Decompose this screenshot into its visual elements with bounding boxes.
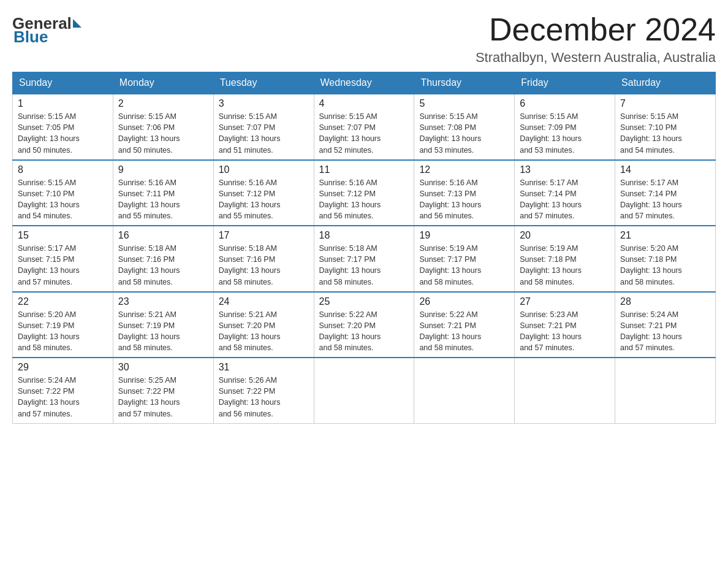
calendar-body: 1Sunrise: 5:15 AMSunset: 7:05 PMDaylight… <box>13 94 716 423</box>
calendar-day-15: 15Sunrise: 5:17 AMSunset: 7:15 PMDayligh… <box>13 226 113 292</box>
weekday-header-friday: Friday <box>515 72 615 94</box>
day-number: 22 <box>18 296 108 307</box>
calendar-day-19: 19Sunrise: 5:19 AMSunset: 7:17 PMDayligh… <box>414 226 515 292</box>
day-info: Sunrise: 5:21 AMSunset: 7:20 PMDaylight:… <box>219 309 309 354</box>
day-number: 15 <box>18 230 108 241</box>
day-info: Sunrise: 5:22 AMSunset: 7:21 PMDaylight:… <box>419 309 509 354</box>
calendar-day-5: 5Sunrise: 5:15 AMSunset: 7:08 PMDaylight… <box>414 94 515 160</box>
day-number: 20 <box>520 230 610 241</box>
day-info: Sunrise: 5:16 AMSunset: 7:12 PMDaylight:… <box>319 177 409 222</box>
weekday-header-row: SundayMondayTuesdayWednesdayThursdayFrid… <box>13 72 716 94</box>
day-number: 8 <box>18 164 108 175</box>
weekday-header-monday: Monday <box>113 72 213 94</box>
day-number: 5 <box>419 98 509 109</box>
calendar-day-27: 27Sunrise: 5:23 AMSunset: 7:21 PMDayligh… <box>515 292 615 358</box>
day-info: Sunrise: 5:24 AMSunset: 7:21 PMDaylight:… <box>620 309 710 354</box>
day-number: 21 <box>620 230 710 241</box>
day-info: Sunrise: 5:20 AMSunset: 7:19 PMDaylight:… <box>18 309 108 354</box>
day-number: 6 <box>520 98 610 109</box>
day-info: Sunrise: 5:19 AMSunset: 7:18 PMDaylight:… <box>520 243 610 288</box>
day-info: Sunrise: 5:18 AMSunset: 7:16 PMDaylight:… <box>219 243 309 288</box>
day-number: 25 <box>319 296 409 307</box>
day-info: Sunrise: 5:15 AMSunset: 7:05 PMDaylight:… <box>18 111 108 156</box>
day-number: 10 <box>219 164 309 175</box>
calendar-day-26: 26Sunrise: 5:22 AMSunset: 7:21 PMDayligh… <box>414 292 515 358</box>
weekday-header-tuesday: Tuesday <box>213 72 314 94</box>
day-info: Sunrise: 5:15 AMSunset: 7:09 PMDaylight:… <box>520 111 610 156</box>
logo: General Blue <box>12 12 82 45</box>
day-info: Sunrise: 5:15 AMSunset: 7:07 PMDaylight:… <box>319 111 409 156</box>
day-number: 23 <box>118 296 208 307</box>
day-number: 2 <box>118 98 208 109</box>
calendar-day-12: 12Sunrise: 5:16 AMSunset: 7:13 PMDayligh… <box>414 160 515 226</box>
weekday-header-saturday: Saturday <box>615 72 716 94</box>
calendar-day-28: 28Sunrise: 5:24 AMSunset: 7:21 PMDayligh… <box>615 292 716 358</box>
calendar-week-1: 1Sunrise: 5:15 AMSunset: 7:05 PMDaylight… <box>13 94 716 160</box>
calendar-day-22: 22Sunrise: 5:20 AMSunset: 7:19 PMDayligh… <box>13 292 113 358</box>
day-info: Sunrise: 5:25 AMSunset: 7:22 PMDaylight:… <box>118 375 208 419</box>
calendar-day-4: 4Sunrise: 5:15 AMSunset: 7:07 PMDaylight… <box>314 94 414 160</box>
calendar-empty-cell <box>615 358 716 423</box>
weekday-header-sunday: Sunday <box>13 72 113 94</box>
day-number: 1 <box>18 98 108 109</box>
day-info: Sunrise: 5:20 AMSunset: 7:18 PMDaylight:… <box>620 243 710 288</box>
day-info: Sunrise: 5:15 AMSunset: 7:10 PMDaylight:… <box>620 111 710 156</box>
calendar-day-31: 31Sunrise: 5:26 AMSunset: 7:22 PMDayligh… <box>213 358 314 423</box>
calendar-day-30: 30Sunrise: 5:25 AMSunset: 7:22 PMDayligh… <box>113 358 213 423</box>
day-number: 13 <box>520 164 610 175</box>
day-info: Sunrise: 5:22 AMSunset: 7:20 PMDaylight:… <box>319 309 409 354</box>
day-info: Sunrise: 5:24 AMSunset: 7:22 PMDaylight:… <box>18 375 108 419</box>
day-info: Sunrise: 5:17 AMSunset: 7:14 PMDaylight:… <box>520 177 610 222</box>
logo-arrow-icon <box>73 19 82 28</box>
calendar-day-2: 2Sunrise: 5:15 AMSunset: 7:06 PMDaylight… <box>113 94 213 160</box>
day-number: 28 <box>620 296 710 307</box>
day-number: 18 <box>319 230 409 241</box>
day-number: 4 <box>319 98 409 109</box>
day-number: 27 <box>520 296 610 307</box>
calendar-day-16: 16Sunrise: 5:18 AMSunset: 7:16 PMDayligh… <box>113 226 213 292</box>
day-info: Sunrise: 5:23 AMSunset: 7:21 PMDaylight:… <box>520 309 610 354</box>
calendar-day-14: 14Sunrise: 5:17 AMSunset: 7:14 PMDayligh… <box>615 160 716 226</box>
calendar-week-3: 15Sunrise: 5:17 AMSunset: 7:15 PMDayligh… <box>13 226 716 292</box>
calendar-empty-cell <box>314 358 414 423</box>
calendar-day-24: 24Sunrise: 5:21 AMSunset: 7:20 PMDayligh… <box>213 292 314 358</box>
calendar-day-29: 29Sunrise: 5:24 AMSunset: 7:22 PMDayligh… <box>13 358 113 423</box>
calendar-day-13: 13Sunrise: 5:17 AMSunset: 7:14 PMDayligh… <box>515 160 615 226</box>
calendar-day-8: 8Sunrise: 5:15 AMSunset: 7:10 PMDaylight… <box>13 160 113 226</box>
calendar-day-1: 1Sunrise: 5:15 AMSunset: 7:05 PMDaylight… <box>13 94 113 160</box>
month-year-title: December 2024 <box>476 12 716 47</box>
calendar-day-6: 6Sunrise: 5:15 AMSunset: 7:09 PMDaylight… <box>515 94 615 160</box>
day-number: 7 <box>620 98 710 109</box>
page-header: General Blue December 2024 Strathalbyn, … <box>12 12 716 66</box>
day-number: 17 <box>219 230 309 241</box>
calendar-day-25: 25Sunrise: 5:22 AMSunset: 7:20 PMDayligh… <box>314 292 414 358</box>
calendar-table: SundayMondayTuesdayWednesdayThursdayFrid… <box>12 72 716 424</box>
calendar-week-5: 29Sunrise: 5:24 AMSunset: 7:22 PMDayligh… <box>13 358 716 423</box>
day-number: 16 <box>118 230 208 241</box>
day-info: Sunrise: 5:16 AMSunset: 7:11 PMDaylight:… <box>118 177 208 222</box>
day-info: Sunrise: 5:26 AMSunset: 7:22 PMDaylight:… <box>219 375 309 419</box>
calendar-empty-cell <box>414 358 515 423</box>
calendar-week-4: 22Sunrise: 5:20 AMSunset: 7:19 PMDayligh… <box>13 292 716 358</box>
day-number: 11 <box>319 164 409 175</box>
day-info: Sunrise: 5:16 AMSunset: 7:12 PMDaylight:… <box>219 177 309 222</box>
day-number: 19 <box>419 230 509 241</box>
calendar-day-7: 7Sunrise: 5:15 AMSunset: 7:10 PMDaylight… <box>615 94 716 160</box>
day-number: 14 <box>620 164 710 175</box>
day-info: Sunrise: 5:17 AMSunset: 7:15 PMDaylight:… <box>18 243 108 288</box>
day-info: Sunrise: 5:17 AMSunset: 7:14 PMDaylight:… <box>620 177 710 222</box>
location-subtitle: Strathalbyn, Western Australia, Australi… <box>476 50 716 66</box>
calendar-day-10: 10Sunrise: 5:16 AMSunset: 7:12 PMDayligh… <box>213 160 314 226</box>
calendar-day-11: 11Sunrise: 5:16 AMSunset: 7:12 PMDayligh… <box>314 160 414 226</box>
day-info: Sunrise: 5:18 AMSunset: 7:16 PMDaylight:… <box>118 243 208 288</box>
day-info: Sunrise: 5:16 AMSunset: 7:13 PMDaylight:… <box>419 177 509 222</box>
day-number: 26 <box>419 296 509 307</box>
day-number: 29 <box>18 362 108 373</box>
day-number: 30 <box>118 362 208 373</box>
calendar-day-17: 17Sunrise: 5:18 AMSunset: 7:16 PMDayligh… <box>213 226 314 292</box>
title-area: December 2024 Strathalbyn, Western Austr… <box>476 12 716 66</box>
day-number: 12 <box>419 164 509 175</box>
calendar-day-20: 20Sunrise: 5:19 AMSunset: 7:18 PMDayligh… <box>515 226 615 292</box>
day-info: Sunrise: 5:15 AMSunset: 7:10 PMDaylight:… <box>18 177 108 222</box>
day-info: Sunrise: 5:18 AMSunset: 7:17 PMDaylight:… <box>319 243 409 288</box>
